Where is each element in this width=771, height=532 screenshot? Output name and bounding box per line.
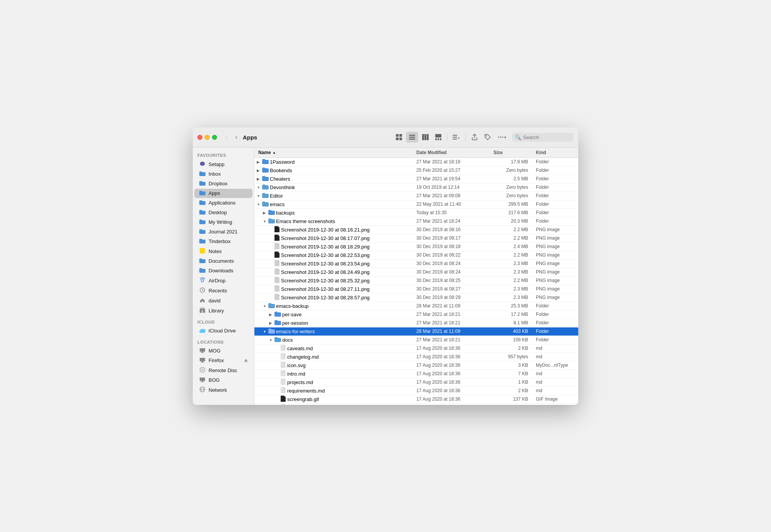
table-row[interactable]: intro.md17 Aug 2020 at 18:367 KBmd [254,370,578,378]
collapse-icon[interactable]: ▾ [262,304,267,308]
table-row[interactable]: Screenshot 2019-12-30 at 08.23.54.png30 … [254,260,578,268]
sidebar-item-dropbox[interactable]: Dropbox [194,179,253,188]
sidebar-item-applications[interactable]: Applications [194,198,253,208]
file-name-cell: ▾Devonthink [254,184,412,191]
table-row[interactable]: ▾Editor27 Mar 2021 at 09:08Zero bytesFol… [254,192,578,200]
sidebar-item-firefox[interactable]: Firefox [194,356,253,365]
table-row[interactable]: ▶1Password27 Mar 2021 at 18:1817.8 MBFol… [254,158,578,166]
collapse-icon[interactable]: ▾ [256,202,261,206]
table-row[interactable]: Screenshot 2019-12-30 at 08.25.32.png30 … [254,277,578,285]
minimize-button[interactable] [205,135,210,140]
table-row[interactable]: caveats.md17 Aug 2020 at 18:362 KBmd [254,344,578,353]
close-button[interactable] [197,135,202,140]
sidebar-item-network[interactable]: Network [194,385,253,395]
table-row[interactable]: shortcuts.md17 Aug 2020 at 18:362 KBmd [254,404,578,405]
table-row[interactable]: icon.svg17 Aug 2020 at 18:363 KBMyDoc...… [254,361,578,370]
sidebar-item-bog[interactable]: BOG [194,376,253,385]
folder-icon [274,311,281,318]
table-row[interactable]: ▾Devonthink19 Oct 2019 at 12:14Zero byte… [254,183,578,192]
applications-icon [199,200,206,206]
sidebar-item-label-applications: Applications [209,200,236,206]
toolbar-divider-1 [447,133,447,141]
tag-btn[interactable] [481,132,494,143]
collapse-icon[interactable]: ▾ [262,219,267,223]
more-btn[interactable]: ▾ [495,132,509,143]
file-date: 27 Mar 2021 at 18:21 [412,312,490,317]
sidebar-item-recents[interactable]: Recents [194,286,253,295]
table-row[interactable]: changelog.md17 Aug 2020 at 18:36957 byte… [254,353,578,361]
table-row[interactable]: ▶per-save27 Mar 2021 at 18:2117.2 MBFold… [254,310,578,319]
table-row[interactable]: ▾emacs-backup28 Mar 2021 at 11:0925.3 MB… [254,302,578,310]
sidebar-item-my-writing[interactable]: My Writing [194,218,253,227]
forward-button[interactable]: › [233,132,239,142]
table-row[interactable]: Screenshot 2019-12-30 at 08.22.53.png30 … [254,251,578,260]
table-row[interactable]: Screenshot 2019-12-30 at 08.27.11.png30 … [254,285,578,294]
sidebar-item-desktop[interactable]: Desktop [194,208,253,217]
sidebar-item-documents[interactable]: Documents [194,257,253,266]
collapse-icon[interactable]: ▾ [256,185,261,190]
col-header-size[interactable]: Size [490,150,532,155]
view-column-btn[interactable] [419,132,431,143]
table-row[interactable]: ▶backupsToday at 15:35217.6 MBFolder [254,209,578,217]
table-row[interactable]: requirements.md17 Aug 2020 at 18:362 KBm… [254,387,578,395]
col-header-date[interactable]: Date Modified [412,150,490,155]
zoom-button[interactable] [212,135,217,140]
sidebar-item-downloads[interactable]: Downloads [194,266,253,275]
view-icon-btn[interactable] [393,132,405,143]
table-row[interactable]: ▶per-session27 Mar 2021 at 18:218.1 MBFo… [254,319,578,327]
file-name-cell: ▾emacs-backup [254,302,412,310]
collapse-icon[interactable]: ▾ [256,194,261,198]
sidebar-item-journal-2021[interactable]: Journal 2021 [194,227,253,237]
table-row[interactable]: screengrab.gif17 Aug 2020 at 18:36137 KB… [254,395,578,404]
table-row[interactable]: Screenshot 2019-12-30 at 08.18.29.png30 … [254,243,578,251]
file-kind: GIF Image [532,396,578,402]
table-row[interactable]: ▶Bookends25 Feb 2020 at 15:27Zero bytesF… [254,166,578,175]
file-kind: Folder [532,201,578,207]
back-button[interactable]: ‹ [223,132,230,142]
sidebar-item-david[interactable]: david [194,296,253,305]
file-label: Screenshot 2019-12-30 at 08.17.07.png [281,235,370,241]
table-row[interactable]: ▾emacs22 May 2021 at 11:40299.5 MBFolder [254,200,578,209]
sidebar-item-remote-disc[interactable]: Remote Disc [194,366,253,375]
search-box[interactable]: 🔍 [512,133,574,142]
share-btn[interactable] [468,132,481,143]
table-row[interactable]: ▾Emacs theme screenshots27 Mar 2021 at 1… [254,217,578,226]
table-row[interactable]: ▾docs27 Mar 2021 at 18:21158 KBFolder [254,336,578,344]
table-row[interactable]: Screenshot 2019-12-30 at 08.17.07.png30 … [254,234,578,243]
table-row[interactable]: Screenshot 2019-12-30 at 08.24.49.png30 … [254,268,578,277]
journal-2021-icon [199,229,206,235]
expand-icon[interactable]: ▶ [262,211,267,215]
group-btn[interactable]: ▾ [449,132,463,143]
sidebar-item-tinderbox[interactable]: Tinderbox [194,237,253,246]
sidebar-item-notes[interactable]: Notes [194,247,253,256]
col-header-name[interactable]: Name ▲ [254,150,412,155]
table-row[interactable]: Screenshot 2019-12-30 at 08.16.21.png30 … [254,226,578,234]
sidebar-item-apps[interactable]: Apps [194,189,253,198]
table-row[interactable]: Screenshot 2019-12-30 at 08.28.57.png30 … [254,294,578,302]
file-date: 17 Aug 2020 at 18:36 [412,371,490,376]
sidebar-item-library[interactable]: Library [194,306,253,316]
expand-icon[interactable]: ▶ [256,168,261,173]
expand-icon[interactable]: ▶ [268,321,273,325]
sidebar-item-setapp[interactable]: Setapp [194,159,253,169]
search-input[interactable] [523,134,571,140]
expand-icon[interactable]: ▶ [268,312,273,317]
sidebar-item-mog[interactable]: MOG [194,346,253,356]
collapse-icon[interactable]: ▾ [268,338,273,342]
collapse-icon[interactable]: ▾ [262,329,267,334]
table-row[interactable]: ▾emacs-for-writers28 Mar 2021 at 11:0940… [254,327,578,336]
col-header-kind[interactable]: Kind [532,150,578,155]
expand-icon[interactable]: ▶ [256,160,261,164]
view-gallery-btn[interactable] [432,132,444,143]
eject-icon[interactable] [244,358,248,363]
expand-icon[interactable]: ▶ [256,177,261,181]
sidebar-item-airdrop[interactable]: AirDrop [194,276,253,285]
file-icon [281,370,286,378]
sidebar-item-inbox[interactable]: Inbox [194,170,253,179]
table-row[interactable]: projects.md17 Aug 2020 at 18:361 KBmd [254,378,578,387]
sidebar-item-icloud-drive[interactable]: iCloud Drive [194,326,253,336]
table-row[interactable]: ▶Cheaters27 Mar 2021 at 19:542.5 MBFolde… [254,175,578,183]
view-list-btn[interactable] [406,132,418,143]
svg-rect-2 [396,138,399,140]
sidebar-section-locations: Locations [193,336,254,346]
